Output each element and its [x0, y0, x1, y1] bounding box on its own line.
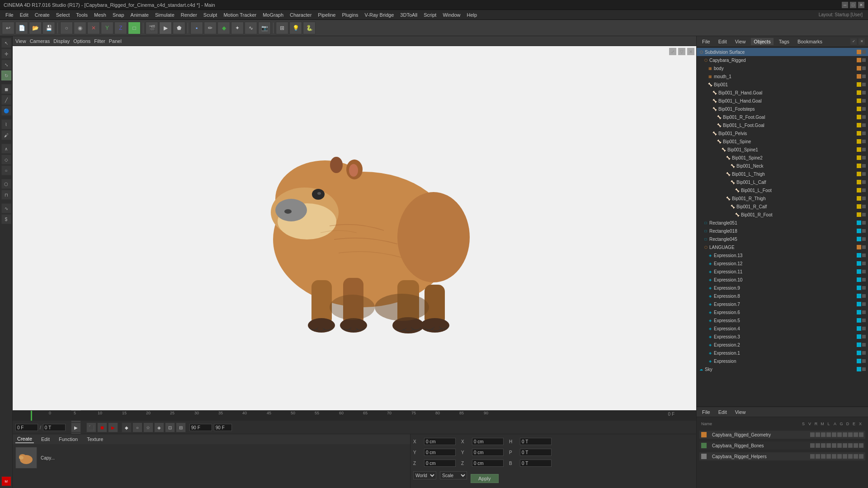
menu-edit[interactable]: Edit: [17, 11, 31, 19]
obj-vis-15[interactable]: [862, 172, 866, 176]
tool-scale[interactable]: ⤡: [1, 60, 11, 70]
tool-magnet[interactable]: 🔵: [1, 106, 11, 116]
menu-script[interactable]: Script: [421, 11, 439, 19]
vp-tab-panel[interactable]: Panel: [109, 38, 122, 44]
tool-maxon-logo[interactable]: M: [1, 476, 11, 486]
object-row-36[interactable]: ◈ Expression.2: [697, 341, 868, 349]
tab-texture[interactable]: Texture: [85, 436, 105, 443]
object-row-38[interactable]: ◈ Expression: [697, 357, 868, 365]
attr-obj-toggle[interactable]: [843, 454, 847, 459]
attr-obj-toggle[interactable]: [843, 432, 847, 437]
menu-simulate[interactable]: Simulate: [152, 11, 177, 19]
object-row-39[interactable]: ☁ Sky: [697, 365, 868, 373]
menu-render[interactable]: Render: [178, 11, 200, 19]
attr-obj-toggle[interactable]: [848, 432, 853, 437]
btn-render-stop[interactable]: ⏹: [97, 422, 107, 432]
toolbar-box[interactable]: □: [128, 22, 141, 34]
obj-vis-22[interactable]: [862, 229, 866, 233]
object-row-1[interactable]: ⬡ Capybara_Rigged: [697, 56, 868, 64]
attr-obj-toggle[interactable]: [832, 443, 836, 448]
object-row-17[interactable]: 🦴 Bip001_L_Foot: [697, 186, 868, 194]
attr-obj-toggle[interactable]: [816, 443, 820, 448]
object-row-29[interactable]: ◈ Expression.9: [697, 284, 868, 292]
toolbar-camera[interactable]: 📷: [258, 22, 271, 34]
attr-obj-toggle[interactable]: [810, 443, 815, 448]
toolbar-pen[interactable]: ✏: [204, 22, 217, 34]
obj-vis-19[interactable]: [862, 205, 866, 208]
object-row-21[interactable]: □ Rectangle051: [697, 219, 868, 227]
obj-vis-34[interactable]: [862, 327, 866, 330]
coord-x-pos[interactable]: [424, 438, 456, 445]
toolbar-sculpt[interactable]: ∿: [245, 22, 257, 34]
object-row-18[interactable]: 🦴 Bip001_R_Thigh: [697, 194, 868, 202]
attr-obj-toggle[interactable]: [859, 443, 863, 448]
coord-b[interactable]: [520, 460, 552, 467]
toolbar-light[interactable]: 💡: [289, 22, 302, 34]
menu-motiontracker[interactable]: Motion Tracker: [221, 11, 259, 19]
attr-tab-edit[interactable]: Edit: [716, 408, 730, 416]
object-row-34[interactable]: ◈ Expression.4: [697, 324, 868, 333]
toolbar-anim2[interactable]: ⬟: [173, 22, 185, 34]
attr-obj-toggle[interactable]: [816, 454, 820, 459]
apply-button[interactable]: Apply: [471, 474, 499, 483]
object-row-27[interactable]: ◈ Expression.11: [697, 267, 868, 276]
coord-h[interactable]: [520, 438, 552, 445]
object-row-7[interactable]: 🦴 Bip001_Footsteps: [697, 105, 868, 113]
menu-tools[interactable]: Tools: [73, 11, 90, 19]
object-row-11[interactable]: 🦴 Bip001_Spine: [697, 137, 868, 145]
obj-vis-7[interactable]: [862, 107, 866, 111]
object-row-16[interactable]: 🦴 Bip001_L_Calf: [697, 178, 868, 186]
coord-z-pos[interactable]: [424, 460, 456, 467]
maximize-button[interactable]: □: [850, 2, 856, 8]
panel-tab-view[interactable]: View: [732, 38, 749, 45]
object-row-35[interactable]: ◈ Expression.3: [697, 333, 868, 341]
object-row-4[interactable]: 🦴 Bip001: [697, 80, 868, 89]
obj-vis-32[interactable]: [862, 310, 866, 314]
obj-vis-29[interactable]: [862, 286, 866, 290]
attr-obj-toggle[interactable]: [843, 443, 847, 448]
btn-key4[interactable]: ◈: [154, 422, 164, 432]
obj-vis-10[interactable]: [862, 131, 866, 135]
panel-tab-file[interactable]: File: [699, 38, 713, 45]
menu-3dtoall[interactable]: 3DToAll: [397, 11, 420, 19]
btn-render-play[interactable]: ▶: [108, 422, 118, 432]
object-row-37[interactable]: ◈ Expression.1: [697, 349, 868, 357]
menu-animate[interactable]: Animate: [128, 11, 151, 19]
panel-icon1[interactable]: ✓: [850, 38, 857, 45]
obj-vis-3[interactable]: [862, 75, 866, 78]
panel-tab-bookmarks[interactable]: Bookmarks: [795, 38, 825, 45]
toolbar-cube[interactable]: ▪: [190, 22, 203, 34]
object-row-6[interactable]: 🦴 Bip001_L_Hand.Goal: [697, 97, 868, 105]
coord-z-rot[interactable]: [472, 460, 504, 467]
obj-vis-14[interactable]: [862, 164, 866, 168]
coord-space-select[interactable]: World Object Local: [413, 471, 436, 479]
object-row-5[interactable]: 🦴 Bip001_R_Hand.Goal: [697, 89, 868, 97]
object-row-20[interactable]: 🦴 Bip001_R_Foot: [697, 211, 868, 219]
tool-line[interactable]: ╱: [1, 95, 11, 105]
menu-mograph[interactable]: MoGraph: [260, 11, 286, 19]
object-row-26[interactable]: ◈ Expression.12: [697, 259, 868, 267]
panel-icon2[interactable]: ✕: [858, 38, 865, 45]
tool-bridge[interactable]: ⊓: [1, 190, 11, 200]
object-row-22[interactable]: □ Rectangle018: [697, 227, 868, 235]
tool-paint[interactable]: 🖌: [1, 130, 11, 140]
object-row-23[interactable]: □ Rectangle045: [697, 235, 868, 243]
object-row-12[interactable]: 🦴 Bip001_Spine1: [697, 145, 868, 154]
menu-help[interactable]: Help: [464, 11, 480, 19]
tool-uv[interactable]: $: [1, 214, 11, 224]
vp-tab-options[interactable]: Options: [73, 38, 90, 44]
toolbar-undo[interactable]: ↩: [2, 22, 14, 34]
obj-vis-37[interactable]: [862, 351, 866, 355]
toolbar-grid[interactable]: ⊞: [276, 22, 288, 34]
panel-tab-tags[interactable]: Tags: [776, 38, 792, 45]
vp-tab-view[interactable]: View: [15, 38, 26, 44]
toolbar-film[interactable]: 🎬: [146, 22, 158, 34]
obj-vis-36[interactable]: [862, 343, 866, 347]
toolbar-star[interactable]: ✦: [231, 22, 244, 34]
attr-obj-toggle[interactable]: [854, 432, 858, 437]
menu-select[interactable]: Select: [53, 11, 73, 19]
object-row-33[interactable]: ◈ Expression.5: [697, 316, 868, 324]
object-row-8[interactable]: 🦴 Bip001_R_Foot.Goal: [697, 113, 868, 121]
objects-list[interactable]: ⬡ Subdivision Surface ⬡ Capybara_Rigged …: [697, 47, 868, 406]
obj-vis-23[interactable]: [862, 237, 866, 241]
